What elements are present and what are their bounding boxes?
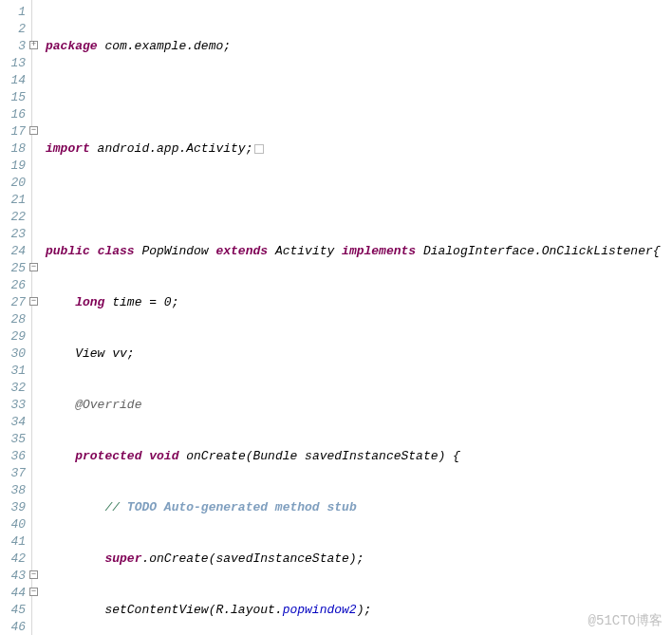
line-number: 32 (0, 380, 28, 397)
line-number: 33 (0, 397, 28, 414)
line-number: 39 (0, 499, 28, 516)
line-number: 45 (0, 602, 28, 619)
code-line[interactable]: long time = 0; (46, 294, 672, 311)
fold-collapse-icon[interactable]: − (29, 588, 38, 596)
line-number: 22 (0, 209, 28, 226)
line-number: 18 (0, 140, 28, 158)
code-line[interactable] (46, 192, 672, 209)
line-number: 42 (0, 551, 28, 568)
fold-expand-icon[interactable]: + (29, 41, 38, 49)
line-number: 34 (0, 414, 28, 431)
code-line[interactable] (46, 89, 672, 106)
line-number: 43− (0, 568, 28, 585)
line-number: 20 (0, 175, 28, 192)
code-line[interactable]: @Override (46, 397, 672, 414)
code-line[interactable]: import android.app.Activity; (46, 140, 672, 158)
code-line[interactable]: super.onCreate(savedInstanceState); (46, 551, 672, 568)
code-line[interactable]: public class PopWindow extends Activity … (46, 243, 672, 260)
line-number: 1 (0, 4, 28, 21)
line-number: 36 (0, 448, 28, 465)
line-number: 40 (0, 516, 28, 533)
line-number: 2 (0, 21, 28, 38)
code-line[interactable]: // TODO Auto-generated method stub (46, 499, 672, 516)
line-number: 30 (0, 346, 28, 363)
line-number: 23 (0, 226, 28, 243)
line-number: 14 (0, 72, 28, 89)
code-area[interactable]: package com.example.demo; import android… (32, 0, 672, 635)
fold-collapse-icon[interactable]: − (29, 263, 38, 271)
line-number: 44− (0, 585, 28, 602)
line-number: 37 (0, 465, 28, 482)
fold-collapse-icon[interactable]: − (29, 297, 38, 306)
watermark: @51CTO博客 (588, 612, 663, 629)
line-number: 35 (0, 431, 28, 448)
line-number: 3+ (0, 38, 28, 55)
line-number: 25− (0, 260, 28, 277)
line-gutter: 123+1314151617−1819202122232425−2627−282… (0, 0, 32, 635)
line-number: 13 (0, 55, 28, 72)
line-number: 26 (0, 277, 28, 294)
fold-collapse-icon[interactable]: − (29, 126, 38, 135)
line-number: 27− (0, 294, 28, 311)
line-number: 19 (0, 158, 28, 175)
line-number: 15 (0, 89, 28, 106)
code-editor: 123+1314151617−1819202122232425−2627−282… (0, 0, 672, 635)
line-number: 21 (0, 192, 28, 209)
line-number: 31 (0, 363, 28, 380)
code-line[interactable]: setContentView(R.layout.popwindow2); (46, 602, 672, 619)
line-number: 17− (0, 123, 28, 140)
code-line[interactable]: package com.example.demo; (46, 38, 672, 55)
line-number: 38 (0, 482, 28, 499)
line-number: 46 (0, 619, 28, 635)
line-number: 24 (0, 243, 28, 260)
line-number: 29 (0, 328, 28, 346)
fold-collapse-icon[interactable]: − (29, 570, 38, 579)
code-line[interactable]: View vv; (46, 346, 672, 363)
line-number: 28 (0, 311, 28, 328)
line-number: 16 (0, 106, 28, 123)
folded-indicator-icon[interactable] (254, 144, 264, 154)
code-line[interactable]: protected void onCreate(Bundle savedInst… (46, 448, 672, 465)
line-number: 41 (0, 533, 28, 551)
